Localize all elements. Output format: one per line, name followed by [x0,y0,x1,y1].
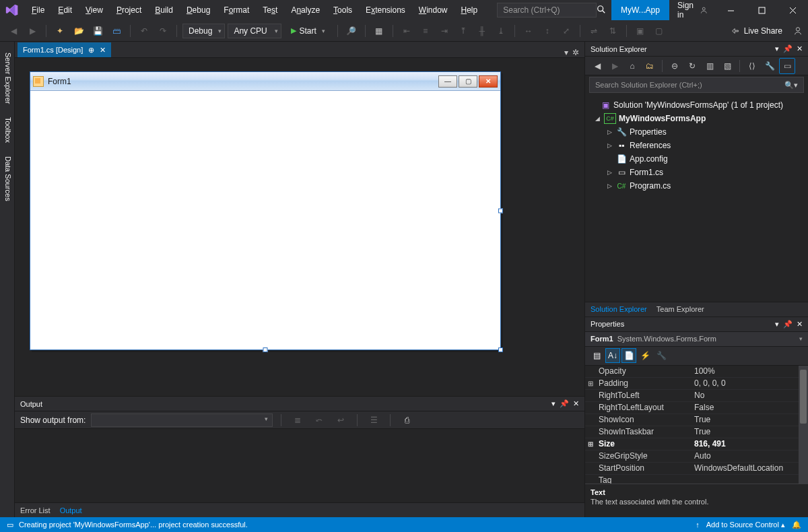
menu-analyze[interactable]: Analyze [285,3,326,18]
tree-properties-node[interactable]: ▷ 🔧 Properties [588,125,805,139]
tab-options-icon[interactable]: ✲ [572,48,579,57]
se-pin-icon[interactable]: 📌 [783,44,793,53]
tree-program-node[interactable]: ▷ C# Program.cs [588,179,805,193]
align-center-icon[interactable]: ≡ [417,23,434,39]
align-top-icon[interactable]: ⤒ [455,23,471,39]
output-body[interactable] [15,429,584,502]
se-viewcode-icon[interactable]: ⟨⟩ [744,58,760,74]
minimize-button[interactable] [715,0,746,20]
pin-icon[interactable]: ⊕ [88,46,94,55]
property-row[interactable]: Opacity100% [585,366,808,378]
tree-appconfig-node[interactable]: 📄 App.config [588,152,805,166]
props-dropdown-icon[interactable]: ▾ [775,320,779,329]
resize-handle-corner[interactable] [498,347,503,352]
tab-dropdown-icon[interactable]: ▾ [564,48,568,57]
output-dropdown-icon[interactable]: ▾ [551,399,556,408]
property-row[interactable]: RightToLeftLayoutFalse [585,402,808,414]
prop-categorized-icon[interactable]: ▤ [589,348,604,363]
output-close-icon[interactable]: ✕ [573,399,579,408]
expand-icon[interactable]: ⊞ [585,440,596,448]
tree-project-node[interactable]: ◢ C# MyWindowsFormsApp [588,112,805,125]
property-value[interactable]: True [690,427,808,436]
menu-window[interactable]: Window [413,3,454,18]
menu-view[interactable]: View [79,3,109,18]
undo-button[interactable]: ↶ [136,23,152,39]
output-pin-icon[interactable]: 📌 [560,399,569,408]
properties-grid[interactable]: Opacity100%⊞Padding0, 0, 0, 0RightToLeft… [585,366,808,484]
close-button[interactable] [777,0,808,20]
property-value[interactable]: 816, 491 [690,439,808,448]
resize-handle-bottom[interactable] [263,347,268,352]
toolbox-tab[interactable]: Toolbox [0,110,14,149]
solution-config-combo[interactable]: Debug [182,24,225,38]
se-close-icon[interactable]: ✕ [797,44,803,53]
menu-test[interactable]: Test [257,3,283,18]
solution-explorer-search[interactable]: Search Solution Explorer (Ctrl+;) 🔍▾ [589,77,804,93]
resize-handle-right[interactable] [498,209,503,213]
server-explorer-tab[interactable]: Server Explorer [0,46,14,110]
se-sync-icon[interactable]: 🗂 [642,58,658,74]
feedback-icon[interactable] [793,26,803,36]
output-wrap-icon[interactable]: ↩ [333,412,349,428]
error-list-tab[interactable]: Error List [20,506,50,514]
se-collapse-icon[interactable]: ⊖ [667,58,683,74]
size-width-icon[interactable]: ↔ [520,23,537,39]
layout-button[interactable]: ▦ [371,23,387,39]
se-properties-icon[interactable]: 🔧 [762,58,778,74]
property-value[interactable]: True [690,415,808,424]
search-icon[interactable] [597,5,606,16]
scrollbar-thumb[interactable] [800,370,807,424]
bring-front-icon[interactable]: ▣ [632,23,648,39]
form-designer-canvas[interactable]: Form1 — ▢ ✕ [15,58,584,396]
property-row[interactable]: RightToLeftNo [585,390,808,402]
properties-object-combo[interactable]: Form1 System.Windows.Forms.Form ▾ [585,332,808,347]
align-bottom-icon[interactable]: ⤓ [493,23,509,39]
tree-references-node[interactable]: ▷ ▪▪ References [588,139,805,152]
tree-form1-node[interactable]: ▷ ▭ Form1.cs [588,166,805,179]
vspace-icon[interactable]: ⇅ [605,23,621,39]
menu-debug[interactable]: Debug [180,3,216,18]
property-value[interactable]: False [690,403,808,412]
quick-search-input[interactable]: Search (Ctrl+Q) [497,3,597,18]
property-value[interactable]: 100% [690,366,808,376]
menu-extensions[interactable]: Extensions [360,3,411,18]
property-value[interactable]: WindowsDefaultLocation [690,463,808,473]
maximize-button[interactable] [746,0,777,20]
winform-minimize-button[interactable]: — [438,75,457,88]
se-home-icon[interactable]: ⌂ [624,58,640,74]
property-row[interactable]: ShowInTaskbarTrue [585,426,808,438]
menu-tools[interactable]: Tools [327,3,358,18]
nav-back-button[interactable]: ◀ [5,23,22,39]
solution-platform-combo[interactable]: Any CPU [228,24,281,38]
size-both-icon[interactable]: ⤢ [558,23,574,39]
size-height-icon[interactable]: ↕ [539,23,556,39]
start-debug-button[interactable]: ▶ Start ▾ [284,24,331,38]
redo-button[interactable]: ↷ [155,23,171,39]
property-row[interactable]: ⊞Size816, 491 [585,438,808,451]
property-row[interactable]: StartPositionWindowsDefaultLocation [585,463,808,475]
prop-messages-icon[interactable]: 🔧 [654,348,669,363]
menu-project[interactable]: Project [110,3,147,18]
output-clear-icon[interactable]: ≣ [290,412,306,428]
sign-in-button[interactable]: Sign in [669,1,715,20]
menu-build[interactable]: Build [149,3,179,18]
winform-preview[interactable]: Form1 — ▢ ✕ [30,71,501,350]
hspace-icon[interactable]: ⇌ [586,23,602,39]
props-close-icon[interactable]: ✕ [797,320,803,329]
align-middle-icon[interactable]: ╫ [474,23,490,39]
find-button[interactable]: 🔎 [343,23,360,39]
add-source-control-button[interactable]: Add to Source Control ▴ [706,521,785,529]
property-row[interactable]: ⊞Padding0, 0, 0, 0 [585,378,808,390]
output-source-combo[interactable] [91,413,273,427]
nav-forward-button[interactable]: ▶ [24,23,40,39]
winform-maximize-button[interactable]: ▢ [459,75,477,88]
save-button[interactable]: 💾 [90,23,106,39]
se-refresh-icon[interactable]: ↻ [684,58,700,74]
output-toggle-icon[interactable]: ⤺ [311,412,327,428]
props-pin-icon[interactable]: 📌 [783,320,793,329]
output-goto-icon[interactable]: ⎙ [399,412,415,428]
se-nest-icon[interactable]: ▧ [719,58,735,74]
prop-properties-icon[interactable]: 📄 [621,348,636,363]
prop-alphabetical-icon[interactable]: A↓ [605,348,620,363]
output-list-icon[interactable]: ☰ [366,412,382,428]
